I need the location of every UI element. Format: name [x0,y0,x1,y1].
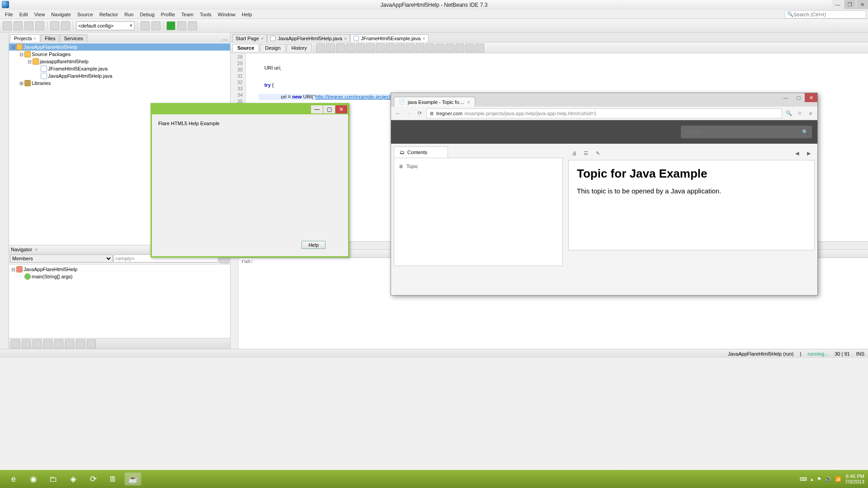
menu-icon[interactable]: ≡ [807,109,815,117]
new-project-icon[interactable] [14,21,23,30]
maximize-button[interactable]: ❐ [844,0,856,9]
tray-icon[interactable]: 🔊 [825,476,831,482]
minimize-button[interactable]: — [311,105,323,113]
redo-icon[interactable] [61,21,70,30]
menu-help[interactable]: Help [239,11,255,18]
editor-tool-icon[interactable] [425,43,434,52]
next-topic-icon[interactable]: ▶ [805,149,813,157]
tab-projects[interactable]: Projects× [10,34,40,42]
reload-icon[interactable]: ⟳ [415,109,424,117]
filter-icon[interactable] [76,339,85,348]
maximize-button[interactable]: ▢ [323,105,335,113]
editor-tool-icon[interactable] [346,43,355,52]
close-icon[interactable]: × [467,99,470,105]
menu-run[interactable]: Run [121,11,137,18]
menu-source[interactable]: Source [74,11,96,18]
minimize-panel-icon[interactable]: — [222,37,230,42]
chrome-window[interactable]: 📄 java Example - Topic for J... × — ▢ ✕ … [391,93,818,296]
filter-icon[interactable] [33,339,42,348]
chrome-tab[interactable]: 📄 java Example - Topic for J... × [394,97,475,107]
contents-tab[interactable]: 🗂 Contents [394,146,448,158]
close-icon[interactable]: × [33,36,36,41]
editor-tool-icon[interactable] [336,43,345,52]
tray-icon[interactable]: ⚑ [817,476,821,482]
open-project-icon[interactable] [24,21,33,30]
menu-profile[interactable]: Profile [158,11,178,18]
editor-tool-icon[interactable] [356,43,365,52]
forward-icon[interactable]: → [405,109,413,117]
menu-debug[interactable]: Debug [137,11,157,18]
debug-icon[interactable] [177,21,186,30]
navigator-view-select[interactable]: Members [10,254,113,263]
taskbar-java-icon[interactable]: ☕ [124,472,142,486]
windows-taskbar[interactable]: e ◉ 🗀 ◈ ⟳ 🗎 ☕ ⌨ ▴ ⚑ 🔊 📶 6:45 PM 7/3/2013 [0,470,868,488]
zoom-icon[interactable]: 🔍 [785,109,793,117]
close-button[interactable]: ✕ [805,93,817,102]
subtab-history[interactable]: History [287,44,312,52]
close-icon[interactable]: × [344,36,347,41]
taskbar-app-icon[interactable]: ⟳ [85,472,102,486]
toc-item[interactable]: 🗎 Topic [398,162,559,171]
editor-tab-startpage[interactable]: Start Page× [232,34,267,42]
editor-tool-icon[interactable] [406,43,415,52]
editor-tool-icon[interactable] [386,43,395,52]
menu-edit[interactable]: Edit [16,11,31,18]
undo-icon[interactable] [50,21,59,30]
close-button[interactable]: ✕ [856,0,868,9]
new-file-icon[interactable] [3,21,12,30]
editor-tool-icon[interactable] [455,43,464,52]
java-app-window[interactable]: — ▢ ✕ Flare HTML5 Help Example Help [151,103,349,258]
editor-tool-icon[interactable] [415,43,425,52]
menu-file[interactable]: File [2,11,16,18]
prev-topic-icon[interactable]: ◀ [793,149,801,157]
close-icon[interactable]: × [261,36,264,41]
editor-tool-icon[interactable] [475,43,484,52]
config-selector[interactable]: <default config> [76,21,135,30]
system-tray[interactable]: ⌨ ▴ ⚑ 🔊 📶 6:45 PM 7/3/2013 [800,474,864,484]
editor-tab-file[interactable]: JFrameHtml5Example.java× [350,34,428,42]
maximize-button[interactable]: ▢ [792,93,805,102]
tab-services[interactable]: Services [60,34,87,42]
build-icon[interactable] [141,21,150,30]
close-button[interactable]: ✕ [335,105,347,113]
help-button[interactable]: Help [302,241,326,249]
nav-method[interactable]: main(String[] args) [32,274,72,279]
menu-navigate[interactable]: Navigate [48,11,74,18]
filter-icon[interactable] [11,339,20,348]
filter-icon[interactable] [43,339,52,348]
navigator-tree[interactable]: ⊟JavaAppFlareHtml5Help main(String[] arg… [9,265,230,338]
filter-icon[interactable] [87,339,96,348]
menu-view[interactable]: View [31,11,48,18]
project-root[interactable]: JavaAppFlareHtml5Help [24,44,77,50]
editor-tool-icon[interactable] [396,43,405,52]
highlight-icon[interactable]: ✎ [594,149,602,157]
menu-team[interactable]: Team [178,11,197,18]
editor-tool-icon[interactable] [445,43,454,52]
tree-file[interactable]: JFrameHtml5Example.java [48,66,108,71]
menu-window[interactable]: Window [215,11,239,18]
taskbar-ie-icon[interactable]: e [5,472,22,486]
filter-icon[interactable] [54,339,63,348]
editor-tool-icon[interactable] [465,43,474,52]
print-icon[interactable]: 🖨 [570,149,578,157]
tab-files[interactable]: Files [41,34,59,42]
expand-icon[interactable]: ☰ [582,149,590,157]
quick-search[interactable]: 🔍 [785,10,866,19]
tray-icon[interactable]: ▴ [811,476,813,482]
editor-tool-icon[interactable] [316,43,325,52]
menu-refactor[interactable]: Refactor [96,11,122,18]
back-icon[interactable]: ← [394,109,402,117]
help-search-input[interactable] [684,129,802,135]
filter-icon[interactable] [22,339,31,348]
close-icon[interactable]: × [35,247,38,252]
help-search-box[interactable]: 🔍 [681,126,812,138]
tree-file[interactable]: JavaAppFlareHtml5Help.java [48,73,112,79]
clean-build-icon[interactable] [151,21,160,30]
address-bar[interactable]: 🗎 tregner.com/example-projects/java-app-… [426,108,782,118]
clock[interactable]: 6:45 PM 7/3/2013 [845,474,864,484]
save-all-icon[interactable] [35,21,44,30]
filter-icon[interactable] [65,339,74,348]
tray-icon[interactable]: 📶 [835,476,841,482]
nav-class[interactable]: JavaAppFlareHtml5Help [24,267,77,272]
close-icon[interactable]: × [422,36,425,41]
